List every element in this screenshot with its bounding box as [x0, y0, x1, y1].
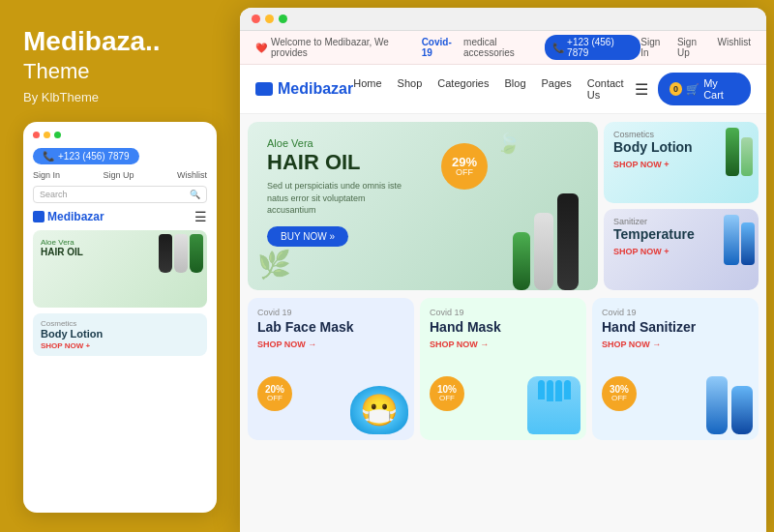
nav-categories[interactable]: Categories — [437, 77, 489, 101]
product-shop-2[interactable]: SHOP NOW → — [602, 340, 749, 349]
browser-content: ❤️ Welcome to Medibazar, We provides Cov… — [240, 31, 766, 532]
mobile-search-icon: 🔍 — [190, 190, 200, 199]
mobile-search-placeholder: Search — [40, 190, 68, 199]
nav-blog[interactable]: Blog — [505, 77, 526, 101]
mobile-logo-text: Medibazar — [47, 210, 104, 223]
notif-signup[interactable]: Sign Up — [677, 37, 708, 58]
mobile-hero-bottles — [159, 234, 203, 273]
hero-bottle-images — [513, 193, 579, 290]
nav-right: ☰ 0 🛒 My Cart — [635, 73, 751, 105]
notif-wishlist[interactable]: Wishlist — [718, 37, 751, 58]
cart-icon: 🛒 — [686, 83, 700, 96]
mobile-wishlist[interactable]: Wishlist — [177, 170, 207, 180]
product-title-2: Hand Sanitizer — [602, 319, 749, 336]
hamburger-icon[interactable]: ☰ — [635, 80, 648, 99]
bottom-section: Covid 19 Lab Face Mask SHOP NOW → 20% OF… — [240, 298, 766, 448]
logo-icon — [33, 211, 45, 222]
mobile-window-dots — [33, 132, 207, 138]
dot-red — [33, 132, 40, 138]
sanitizer-bottle-img — [724, 215, 755, 265]
lotion-bottle-1 — [726, 128, 739, 176]
finger-3 — [555, 380, 562, 401]
hero-discount-badge: 29% OFF — [441, 143, 488, 190]
product-covid-0: Covid 19 — [257, 308, 404, 317]
covid-link[interactable]: Covid-19 — [422, 37, 460, 58]
product-shop-0[interactable]: SHOP NOW → — [257, 340, 404, 349]
product-img-0: 😷 — [350, 386, 408, 434]
mobile-phone-button[interactable]: 📞 +123 (456) 7879 — [33, 148, 139, 164]
mobile-phone-number: +123 (456) 7879 — [58, 151, 130, 162]
browser-titlebar — [240, 8, 766, 31]
lotion-bottle-img — [726, 128, 753, 176]
bottle-green — [190, 234, 203, 273]
notif-covid-suffix: medical accessories — [463, 37, 545, 58]
buy-now-button[interactable]: BUY NOW » — [267, 226, 348, 247]
nav-links: Home Shop Categories Blog Pages Contact … — [353, 77, 634, 101]
glove-fingers — [538, 380, 571, 401]
notif-phone-number: +123 (456) 7879 — [567, 37, 633, 58]
mobile-search-bar[interactable]: Search 🔍 — [33, 186, 207, 203]
notif-phone-button[interactable]: 📞 +123 (456) 7879 — [545, 35, 640, 60]
discount-label-0: OFF — [267, 395, 283, 402]
side-card-cosmetics: Cosmetics Body Lotion SHOP NOW + — [604, 122, 759, 203]
nav-home[interactable]: Home — [353, 77, 381, 101]
nav-pages[interactable]: Pages — [542, 77, 572, 101]
hero-leaf2-icon: 🍃 — [496, 132, 521, 155]
san-bottle-2 — [741, 222, 755, 265]
hero-subtitle: Aloe Vera — [267, 137, 579, 149]
glove-shape — [527, 376, 580, 434]
product-card-1: Covid 19 Hand Mask SHOP NOW → 10% OFF — [420, 298, 586, 440]
notif-signin[interactable]: Sign In — [640, 37, 668, 58]
site-logo: Medibazar — [255, 80, 353, 98]
san-bottle-1 — [724, 215, 739, 265]
phone-icon: 📞 — [43, 151, 54, 162]
browser-dot-red — [252, 15, 260, 23]
mobile-lotion-cat: Cosmetics — [41, 319, 199, 328]
notif-right: Sign In Sign Up Wishlist — [640, 37, 751, 58]
mask-shape: 😷 — [350, 386, 408, 434]
product-covid-2: Covid 19 — [602, 308, 749, 317]
mobile-preview-card: 📞 +123 (456) 7879 Sign In Sign Up Wishli… — [23, 122, 217, 513]
sanitizer-bottle-2 — [731, 386, 753, 434]
mobile-lotion-card: Cosmetics Body Lotion SHOP NOW + — [33, 313, 207, 356]
hero-title: HAIR OIL — [267, 151, 579, 174]
main-navigation: Medibazar Home Shop Categories Blog Page… — [240, 65, 766, 114]
nav-contact[interactable]: Contact Us — [587, 77, 635, 101]
notif-welcome-text: Welcome to Medibazar, We provides — [271, 37, 418, 58]
logo-icon — [255, 82, 273, 96]
heart-icon: ❤️ — [255, 43, 267, 53]
hero-leaf-icon: 🌿 — [257, 249, 291, 281]
brand-title: Medibaza.. — [23, 27, 217, 57]
cart-label: My Cart — [703, 77, 739, 101]
side-card-sanitizer: Sanitizer Temperature SHOP NOW + — [604, 209, 759, 290]
discount-label-1: OFF — [439, 395, 455, 402]
product-discount-2: 30% OFF — [602, 376, 637, 411]
side-cards: Cosmetics Body Lotion SHOP NOW + Sanitiz… — [604, 122, 759, 290]
mobile-lotion-shop[interactable]: SHOP NOW + — [41, 341, 199, 350]
mobile-signin[interactable]: Sign In — [33, 170, 60, 180]
mobile-hero-banner: Aloe Vera HAIR OIL — [33, 230, 207, 308]
mobile-hamburger-icon[interactable]: ☰ — [194, 209, 207, 224]
finger-1 — [538, 380, 545, 399]
notification-bar: ❤️ Welcome to Medibazar, We provides Cov… — [240, 31, 766, 65]
product-title-0: Lab Face Mask — [257, 319, 404, 336]
notif-phone-icon: 📞 — [552, 43, 564, 53]
main-content: Aloe Vera HAIR OIL Sed ut perspiciatis u… — [240, 114, 766, 532]
hero-bottle-small — [513, 232, 530, 290]
mobile-logo-row: Medibazar ☰ — [33, 209, 207, 224]
nav-shop[interactable]: Shop — [398, 77, 423, 101]
mask-icon: 😷 — [360, 392, 399, 429]
cart-button[interactable]: 0 🛒 My Cart — [658, 73, 751, 105]
left-panel: Medibaza.. Theme By KlbTheme 📞 +123 (456… — [0, 0, 240, 532]
brand-by: By KlbTheme — [23, 90, 217, 104]
browser-panel: ❤️ Welcome to Medibazar, We provides Cov… — [240, 8, 766, 532]
discount-label-2: OFF — [611, 395, 627, 402]
top-section: Aloe Vera HAIR OIL Sed ut perspiciatis u… — [240, 114, 766, 298]
product-shop-1[interactable]: SHOP NOW → — [430, 340, 577, 349]
mobile-signup[interactable]: Sign Up — [104, 170, 134, 180]
cart-count-badge: 0 — [670, 82, 682, 96]
product-discount-0: 20% OFF — [257, 376, 292, 411]
product-img-1 — [527, 376, 580, 434]
browser-dot-yellow — [265, 15, 274, 23]
notif-left: ❤️ Welcome to Medibazar, We provides Cov… — [255, 37, 545, 58]
